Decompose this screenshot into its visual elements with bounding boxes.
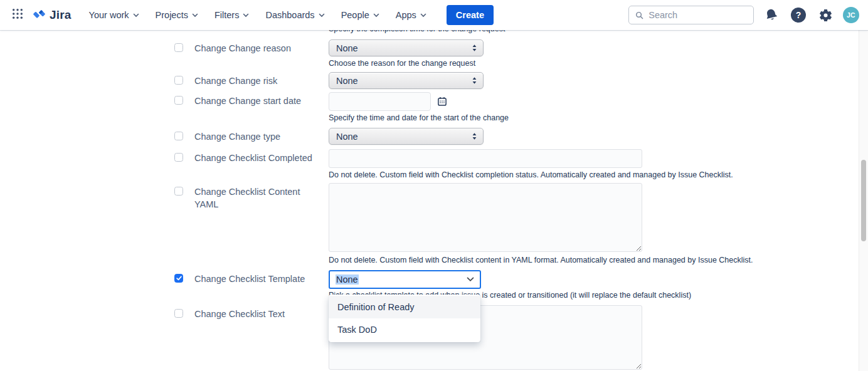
top-navigation-bar: Jira Your work Projects Filters Dashboar… — [0, 0, 868, 30]
menu-your-work[interactable]: Your work — [83, 6, 146, 24]
field-row-change-reason: Change Change reason None Choose the rea… — [174, 39, 859, 68]
field-row-checklist-template: Change Checklist Template None Pick a ch… — [174, 270, 859, 300]
menu-apps-label: Apps — [396, 10, 416, 20]
menu-dashboards[interactable]: Dashboards — [259, 6, 331, 24]
chevron-down-icon — [373, 13, 379, 18]
field-row-checklist-text: Change Checklist Text — [174, 305, 859, 370]
checklist-template-dropdown: Definition of Ready Task DoD — [329, 295, 480, 342]
field-label: Change Checklist Text — [194, 305, 329, 320]
menu-projects-label: Projects — [156, 10, 188, 20]
menu-people-label: People — [341, 10, 369, 20]
user-avatar[interactable]: JC — [843, 7, 859, 23]
field-label: Change Change reason — [194, 39, 329, 55]
vertical-scrollbar-track — [859, 30, 868, 371]
select-value: None — [336, 43, 358, 53]
dropdown-option-task-dod[interactable]: Task DoD — [329, 318, 480, 341]
menu-filters[interactable]: Filters — [208, 6, 255, 24]
chevron-down-icon — [319, 13, 325, 18]
checkbox-checklist-template[interactable] — [174, 274, 183, 283]
checklist-completed-input[interactable] — [329, 149, 642, 168]
field-row-change-start-date: Change Change start date Specify the tim… — [174, 92, 859, 122]
question-mark-icon: ? — [791, 8, 806, 23]
app-switcher-grid-icon — [12, 8, 23, 22]
bulk-edit-fields-form: Specify the completion time for the chan… — [0, 30, 859, 371]
global-search[interactable] — [628, 6, 754, 24]
menu-your-work-label: Your work — [89, 10, 129, 20]
app-switcher-button[interactable] — [8, 5, 28, 25]
checkbox-checklist-text[interactable] — [174, 309, 183, 318]
nav-right-group: ? JC — [628, 6, 859, 24]
select-checklist-template[interactable]: None — [329, 270, 481, 289]
chevron-down-icon — [420, 13, 426, 18]
settings-button[interactable] — [816, 6, 835, 24]
checkbox-change-type[interactable] — [174, 132, 183, 140]
select-value-highlighted: None — [336, 274, 359, 285]
field-row-checklist-content-yaml: Change Checklist Content YAML Do not del… — [174, 183, 859, 264]
field-description: Do not delete. Custom field with Checkli… — [329, 170, 859, 179]
menu-apps[interactable]: Apps — [389, 6, 433, 24]
chevron-down-icon — [467, 277, 474, 282]
select-arrows-icon — [472, 76, 477, 85]
jira-home-link[interactable]: Jira — [33, 7, 71, 23]
chevron-down-icon — [192, 13, 198, 18]
select-arrows-icon — [472, 44, 477, 52]
dropdown-option-definition-of-ready[interactable]: Definition of Ready — [329, 296, 480, 318]
checkbox-checklist-completed[interactable] — [174, 153, 183, 162]
primary-menu: Your work Projects Filters Dashboards Pe… — [83, 6, 433, 24]
checkbox-change-risk[interactable] — [174, 76, 183, 85]
gear-icon — [819, 9, 832, 22]
field-row-change-type: Change Change type None — [174, 128, 859, 145]
select-value: None — [336, 132, 358, 142]
search-icon — [635, 11, 643, 20]
field-label: Change Checklist Template — [194, 270, 329, 285]
bell-icon — [763, 7, 780, 24]
select-change-type[interactable]: None — [329, 128, 484, 145]
menu-dashboards-label: Dashboards — [265, 10, 314, 20]
field-description: Choose the reason for the change request — [329, 59, 859, 68]
calendar-icon[interactable] — [437, 97, 447, 107]
select-change-reason[interactable]: None — [329, 39, 484, 56]
field-description: Do not delete. Custom field with Checkli… — [329, 256, 859, 264]
checkbox-checklist-content-yaml[interactable] — [174, 187, 183, 196]
field-label: Change Change type — [194, 128, 329, 143]
checkmark-icon — [176, 276, 182, 281]
select-value: None — [336, 76, 358, 86]
vertical-scrollbar-thumb[interactable] — [861, 160, 866, 241]
field-row-change-risk: Change Change risk None — [174, 72, 859, 89]
field-row-checklist-completed: Change Checklist Completed Do not delete… — [174, 149, 859, 179]
jira-brand-text: Jira — [50, 8, 71, 22]
select-arrows-icon — [472, 132, 477, 140]
help-button[interactable]: ? — [789, 6, 808, 24]
select-change-risk[interactable]: None — [329, 72, 484, 89]
menu-filters-label: Filters — [214, 10, 239, 20]
create-button[interactable]: Create — [447, 5, 494, 25]
field-label: Change Checklist Content YAML — [194, 183, 329, 211]
field-label: Change Change start date — [194, 92, 329, 107]
search-input[interactable] — [648, 10, 747, 20]
checkbox-change-start-date[interactable] — [174, 96, 183, 105]
start-date-input[interactable] — [329, 92, 431, 111]
nav-left-group: Jira Your work Projects Filters Dashboar… — [8, 5, 494, 25]
field-label: Change Checklist Completed — [194, 149, 329, 164]
chevron-down-icon — [243, 13, 249, 18]
menu-projects[interactable]: Projects — [149, 6, 204, 24]
field-label: Change Change risk — [194, 72, 329, 87]
menu-people[interactable]: People — [335, 6, 386, 24]
checklist-content-yaml-textarea[interactable] — [329, 183, 642, 252]
chevron-down-icon — [133, 13, 139, 18]
checkbox-change-reason[interactable] — [174, 43, 183, 52]
field-description: Specify the time and date for the start … — [329, 113, 859, 122]
jira-bulk-edit-page: Jira Your work Projects Filters Dashboar… — [0, 0, 868, 371]
notifications-button[interactable] — [762, 6, 781, 24]
jira-logo-icon — [33, 7, 46, 23]
